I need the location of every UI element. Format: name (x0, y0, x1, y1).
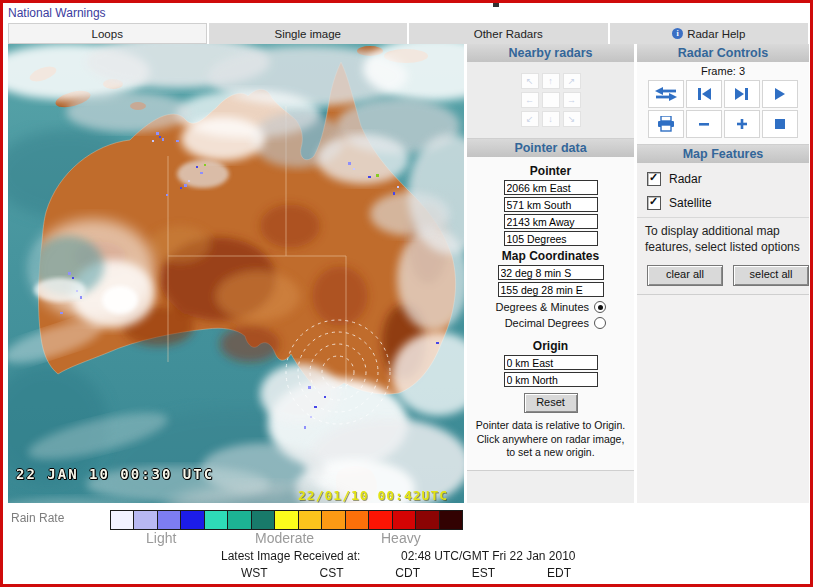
first-frame-icon (696, 87, 712, 101)
tab-loops-label: Loops (92, 28, 123, 40)
minus-icon (697, 117, 711, 131)
latitude-field[interactable] (498, 265, 604, 280)
nearby-radar-arrow-button[interactable]: ↑ (542, 73, 560, 89)
rain-rate-swatch (346, 510, 369, 530)
rain-rate-swatch (158, 510, 181, 530)
intensity-light-label: Light (146, 530, 176, 546)
loop-direction-icon (655, 86, 677, 102)
nearby-radar-arrow-button[interactable]: → (563, 92, 581, 108)
rain-rate-swatch (440, 510, 463, 530)
nearby-radar-arrow-button[interactable]: ↙ (521, 111, 539, 127)
origin-label: Origin (467, 339, 634, 353)
nearby-radar-arrow-button[interactable]: ↘ (563, 111, 581, 127)
right-column: Radar Controls Frame: 3 (637, 44, 809, 503)
decimal-degrees-label: Decimal Degrees (505, 317, 589, 329)
rain-rate-scale (110, 510, 463, 530)
radar-viewer-page: National Warnings Loops Single image Oth… (0, 0, 813, 587)
timezone-row: WSTCSTCDTESTEDT (241, 566, 571, 580)
first-frame-button[interactable] (686, 80, 722, 108)
timezone-label: CDT (395, 566, 420, 580)
stop-button[interactable] (762, 110, 798, 138)
rain-rate-swatch (205, 510, 228, 530)
pointer-label: Pointer (467, 164, 634, 178)
radar-controls-title: Radar Controls (637, 44, 809, 62)
decimal-degrees-option[interactable]: Decimal Degrees (467, 317, 634, 329)
rain-rate-swatch (110, 510, 134, 530)
rain-rate-swatch (322, 510, 345, 530)
satellite-radar-map[interactable]: 22 JAN 10 00:30 UTC 22/01/10 00:42UTC (8, 44, 464, 503)
rain-rate-swatch (416, 510, 439, 530)
play-icon (773, 87, 787, 101)
slower-button[interactable] (686, 110, 722, 138)
map-coordinates-label: Map Coordinates (467, 249, 634, 263)
frame-counter: Frame: 3 (637, 65, 809, 77)
last-frame-button[interactable] (724, 80, 760, 108)
intensity-heavy-label: Heavy (381, 530, 421, 546)
satellite-checkbox[interactable] (647, 196, 661, 210)
longitude-field[interactable] (498, 282, 604, 297)
info-icon: i (672, 28, 683, 39)
rain-rate-swatch (275, 510, 298, 530)
plus-icon (735, 117, 749, 131)
middle-column: Nearby radars ↖↑↗←→↙↓↘ Pointer data Poin… (467, 44, 634, 503)
nearby-radar-grid: ↖↑↗←→↙↓↘ (521, 73, 581, 127)
map-features-title: Map Features (637, 145, 809, 163)
play-button[interactable] (762, 80, 798, 108)
nearby-radar-arrow-button[interactable]: ↗ (563, 73, 581, 89)
rain-rate-label: Rain Rate (11, 511, 64, 525)
map-features-note: To display additional map features, sele… (637, 217, 809, 259)
latest-image-label: Latest Image Received at: (221, 549, 360, 563)
national-warnings-link[interactable]: National Warnings (8, 6, 106, 20)
pointer-note: Pointer data is relative to Origin. Clic… (467, 417, 634, 462)
satellite-feature-option[interactable]: Satellite (637, 191, 809, 215)
degrees-minutes-radio[interactable] (594, 301, 606, 313)
radar-feature-option[interactable]: Radar (637, 167, 809, 191)
print-button[interactable] (648, 110, 684, 138)
satellite-checkbox-label: Satellite (669, 196, 712, 210)
loop-direction-button[interactable] (648, 80, 684, 108)
tab-single-image-label: Single image (275, 28, 341, 40)
timezone-label: WST (241, 566, 268, 580)
stop-icon (774, 118, 786, 130)
origin-north-field[interactable] (504, 372, 598, 387)
reset-button[interactable]: Reset (524, 393, 578, 413)
tab-single-image[interactable]: Single image (207, 23, 408, 44)
nearby-radar-arrow-button[interactable]: ↓ (542, 111, 560, 127)
nearby-radar-center[interactable] (542, 92, 560, 108)
degrees-minutes-option[interactable]: Degrees & Minutes (467, 301, 634, 313)
latest-image-timestamp: 02:48 UTC/GMT Fri 22 Jan 2010 (401, 549, 576, 563)
tab-radar-help-label: Radar Help (687, 28, 745, 40)
nearby-radars-body: ↖↑↗←→↙↓↘ (467, 62, 634, 138)
decimal-degrees-radio[interactable] (594, 317, 606, 329)
map-features-panel: Map Features Radar Satellite To display … (637, 145, 809, 295)
radar-checkbox[interactable] (647, 172, 661, 186)
timezone-label: EST (472, 566, 495, 580)
select-all-button[interactable]: select all (733, 265, 809, 286)
intensity-labels: Light Moderate Heavy (3, 530, 563, 546)
rain-rate-swatch (134, 510, 157, 530)
nearby-radars-title: Nearby radars (467, 44, 634, 62)
tab-other-radars[interactable]: Other Radars (407, 23, 608, 44)
pointer-data-title: Pointer data (467, 139, 634, 157)
rain-rate-swatch (252, 510, 275, 530)
pointer-south-field[interactable] (504, 197, 598, 212)
pointer-east-field[interactable] (504, 180, 598, 195)
pointer-data-panel: Pointer data Pointer Map Coordinates Deg… (467, 139, 634, 471)
faster-button[interactable] (724, 110, 760, 138)
rain-rate-swatch (228, 510, 251, 530)
rain-rate-swatch (299, 510, 322, 530)
tab-radar-help[interactable]: i Radar Help (608, 23, 809, 44)
pointer-degrees-field[interactable] (504, 231, 598, 246)
page-title-artifact (493, 3, 499, 7)
nearby-radar-arrow-button[interactable]: ← (521, 92, 539, 108)
tab-bar: Loops Single image Other Radars i Radar … (8, 23, 808, 44)
origin-east-field[interactable] (504, 355, 598, 370)
satellite-map-image (8, 44, 464, 503)
nearby-radar-arrow-button[interactable]: ↖ (521, 73, 539, 89)
degrees-minutes-label: Degrees & Minutes (495, 301, 589, 313)
print-icon (657, 116, 675, 132)
satellite-timestamp: 22/01/10 00:42UTC (298, 488, 448, 503)
clear-all-button[interactable]: clear all (647, 265, 723, 286)
pointer-away-field[interactable] (504, 214, 598, 229)
tab-loops[interactable]: Loops (8, 23, 207, 44)
